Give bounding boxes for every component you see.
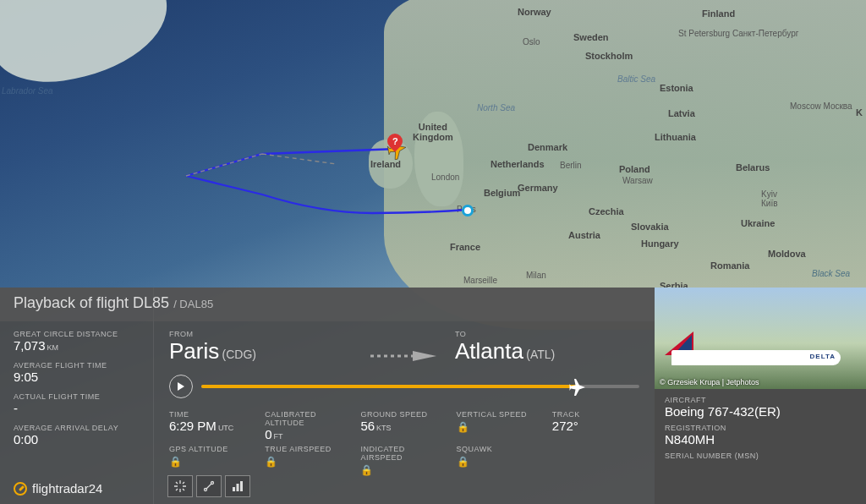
reg-value: N840MH bbox=[665, 432, 856, 446]
svg-rect-5 bbox=[240, 481, 243, 491]
lock-icon[interactable]: 🔒 bbox=[457, 456, 469, 468]
calalt-label: CALIBRATED ALTITUDE bbox=[265, 410, 352, 427]
route-button[interactable] bbox=[196, 475, 222, 497]
lock-icon[interactable]: 🔒 bbox=[360, 464, 373, 476]
aircraft-column: DELTA © Grzesiek Krupa | Jetphotos AIRCR… bbox=[655, 288, 866, 504]
msn-label: SERIAL NUMBER (MSN) bbox=[665, 452, 856, 460]
photo-credit: © Grzesiek Krupa | Jetphotos bbox=[660, 378, 759, 386]
progress-row bbox=[169, 375, 639, 398]
sqk-label: SQUAWK bbox=[457, 445, 544, 453]
details-panel: × Playback of flight DL85 / DAL85 GREAT … bbox=[0, 288, 866, 504]
title-flight: DL85 bbox=[133, 294, 169, 311]
ias-label: INDICATED AIRSPEED bbox=[360, 445, 447, 462]
delay-label: AVERAGE ARRIVAL DELAY bbox=[14, 424, 141, 432]
readouts-grid: TIME6:29 PMUTC CALIBRATED ALTITUDE0FT GR… bbox=[169, 410, 639, 476]
trk-label: TRACK bbox=[552, 410, 639, 419]
lock-icon[interactable]: 🔒 bbox=[169, 456, 182, 468]
title-callsign: / DAL85 bbox=[173, 298, 213, 310]
actype-value: Boeing 767-432(ER) bbox=[665, 404, 856, 419]
progress-plane-icon[interactable] bbox=[568, 378, 587, 399]
aircraft-photo[interactable]: DELTA © Grzesiek Krupa | Jetphotos bbox=[655, 288, 866, 389]
calalt-value: 0 bbox=[265, 427, 271, 441]
from-code: (CDG) bbox=[222, 348, 256, 361]
from-city: Paris bbox=[169, 338, 219, 364]
brand-logo[interactable]: flightradar24 bbox=[14, 481, 141, 496]
panel-title: Playback of flight DL85 / DAL85 bbox=[0, 288, 655, 321]
svg-rect-3 bbox=[233, 487, 235, 491]
route-arrow-icon bbox=[370, 350, 438, 364]
play-button[interactable] bbox=[169, 375, 193, 398]
time-value: 6:29 PM bbox=[169, 419, 216, 433]
vs-label: VERTICAL SPEED bbox=[457, 410, 544, 419]
gcd-label: GREAT CIRCLE DISTANCE bbox=[14, 330, 141, 338]
svg-rect-4 bbox=[237, 484, 239, 491]
calalt-unit: FT bbox=[274, 432, 283, 441]
gcd-value: 7,073 bbox=[14, 338, 46, 353]
gs-label: GROUND SPEED bbox=[360, 410, 447, 419]
app-root: Labrador Sea North Sea Baltic Sea Black … bbox=[0, 0, 866, 504]
delay-value: 0:00 bbox=[14, 432, 141, 446]
center-button[interactable] bbox=[167, 475, 193, 497]
time-unit: UTC bbox=[218, 424, 234, 432]
brand-text: flightradar24 bbox=[32, 481, 102, 496]
acttime-value: - bbox=[14, 401, 141, 415]
to-code: (ATL) bbox=[526, 348, 555, 361]
progress-fill bbox=[201, 385, 578, 388]
trk-value: 272° bbox=[552, 419, 639, 433]
brand-icon bbox=[14, 482, 27, 496]
view-buttons bbox=[167, 475, 250, 497]
gpsalt-label: GPS ALTITUDE bbox=[169, 445, 256, 453]
acttime-label: ACTUAL FLIGHT TIME bbox=[14, 392, 141, 401]
origin-pin-icon[interactable] bbox=[462, 205, 474, 216]
chart-button[interactable] bbox=[225, 475, 250, 497]
airline-text: DELTA bbox=[810, 353, 836, 360]
title-prefix: Playback of flight bbox=[14, 294, 129, 311]
progress-slider[interactable] bbox=[201, 385, 639, 388]
reg-label: REGISTRATION bbox=[665, 424, 856, 432]
tas-label: TRUE AIRSPEED bbox=[265, 445, 352, 453]
avgtime-label: AVERAGE FLIGHT TIME bbox=[14, 361, 141, 370]
to-city: Atlanta bbox=[455, 338, 523, 364]
lock-icon[interactable]: 🔒 bbox=[265, 456, 277, 468]
from-label: FROM bbox=[169, 330, 354, 338]
gcd-unit: KM bbox=[47, 343, 59, 352]
avgtime-value: 9:05 bbox=[14, 370, 141, 384]
lock-icon[interactable]: 🔒 bbox=[457, 421, 469, 433]
gs-unit: KTS bbox=[376, 424, 392, 432]
time-label: TIME bbox=[169, 410, 256, 419]
actype-label: AIRCRAFT bbox=[665, 396, 856, 404]
route-row: FROM Paris (CDG) TO Atlanta (ATL) bbox=[169, 330, 639, 364]
to-label: TO bbox=[455, 330, 639, 338]
gs-value: 56 bbox=[360, 419, 375, 433]
